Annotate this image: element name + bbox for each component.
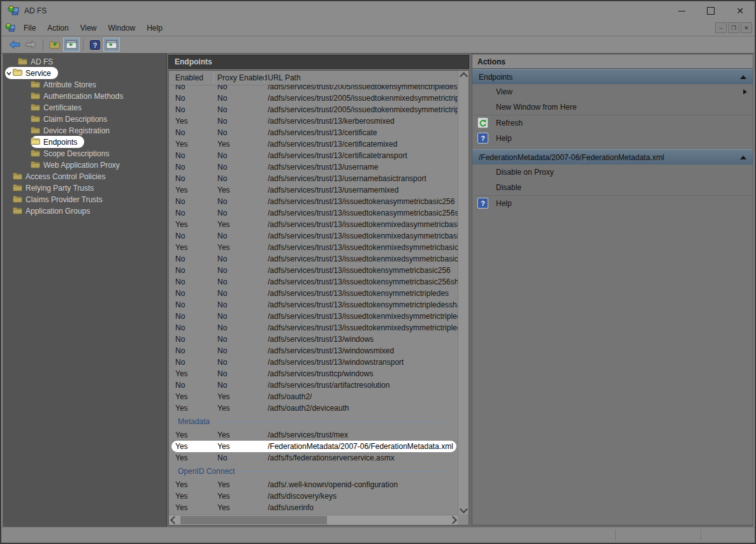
cell-enabled: No bbox=[175, 277, 217, 286]
menu-window[interactable]: Window bbox=[103, 22, 142, 34]
endpoint-row[interactable]: NoNo/adfs/services/trust/13/issuedtokens… bbox=[169, 299, 458, 311]
endpoint-row[interactable]: YesYes/adfs/services/trust/mex bbox=[169, 429, 458, 441]
column-divider[interactable] bbox=[214, 72, 214, 84]
endpoint-row[interactable]: YesYes/adfs/services/trust/13/usernamemi… bbox=[169, 184, 458, 196]
cell-enabled: Yes bbox=[175, 480, 217, 489]
endpoint-row[interactable]: NoNo/adfs/services/trust/13/username bbox=[169, 161, 458, 173]
column-header-url-path[interactable]: URL Path bbox=[268, 71, 301, 85]
expand-chevron-icon[interactable] bbox=[5, 70, 13, 77]
endpoint-row[interactable]: NoNo/adfs/services/trust/13/certificatet… bbox=[169, 150, 458, 161]
menu-view[interactable]: View bbox=[75, 22, 103, 34]
endpoint-row[interactable]: YesYes/adfs/oauth2/deviceauth bbox=[169, 402, 458, 414]
menu-file[interactable]: File bbox=[18, 22, 41, 34]
tree-node-access-control-policies[interactable]: Access Control Policies bbox=[5, 171, 166, 182]
endpoint-row[interactable]: NoNo/adfs/services/trust/2005/issuedtoke… bbox=[169, 85, 458, 92]
endpoint-row[interactable]: NoNo/adfs/services/trust/13/issuedtokens… bbox=[169, 276, 458, 288]
endpoint-row[interactable]: NoNo/adfs/services/trust/13/issuedtokenm… bbox=[169, 322, 458, 334]
tree-node-scope-descriptions[interactable]: Scope Descriptions bbox=[31, 148, 166, 159]
endpoint-row[interactable]: YesYes/adfs/userinfo bbox=[169, 502, 458, 513]
endpoint-row[interactable]: NoNo/adfs/services/trust/13/issuedtokenm… bbox=[169, 311, 458, 322]
scroll-left-icon[interactable] bbox=[169, 515, 179, 525]
endpoint-row[interactable]: NoNo/adfs/services/trust/2005/issuedtoke… bbox=[169, 104, 458, 115]
endpoint-row[interactable]: YesNo/adfs/services/trust/13/kerberosmix… bbox=[169, 115, 458, 127]
endpoint-row[interactable]: NoNo/adfs/services/trust/13/issuedtokenm… bbox=[169, 253, 458, 265]
minimize-button[interactable] bbox=[667, 1, 696, 20]
endpoint-row[interactable]: YesNo/adfs/services/trusttcp/windows bbox=[169, 368, 458, 379]
hscroll-thumb[interactable] bbox=[180, 516, 327, 524]
tree-node-claim-descriptions[interactable]: Claim Descriptions bbox=[31, 114, 166, 125]
tree-node-device-registration[interactable]: Device Registration bbox=[31, 125, 166, 136]
endpoint-row[interactable]: NoNo/adfs/services/trust/13/issuedtokens… bbox=[169, 288, 458, 299]
endpoint-row[interactable]: NoNo/adfs/services/trust/13/issuedtokena… bbox=[169, 196, 458, 207]
tree-node-attribute-stores[interactable]: Attribute Stores bbox=[31, 79, 166, 91]
endpoint-row[interactable]: YesYes/adfs/services/trust/13/certificat… bbox=[169, 138, 458, 150]
tree-node-claims-provider-trusts[interactable]: Claims Provider Trusts bbox=[5, 194, 166, 205]
menu-action[interactable]: Action bbox=[41, 22, 74, 34]
endpoint-row[interactable]: NoNo/adfs/services/trust/2005/issuedtoke… bbox=[169, 92, 458, 104]
action-label: Refresh bbox=[496, 119, 523, 128]
endpoint-row[interactable]: YesYes/adfs/.well-known/openid-configura… bbox=[169, 479, 458, 490]
tree-node-authentication-methods[interactable]: Authentication Methods bbox=[31, 91, 166, 102]
action-help[interactable]: ?Help bbox=[472, 131, 753, 146]
close-button[interactable]: ✕ bbox=[725, 1, 755, 20]
child-close-button[interactable]: ✕ bbox=[741, 22, 752, 33]
vertical-scrollbar[interactable] bbox=[458, 71, 469, 515]
actions-section-header-endpoints[interactable]: Endpoints bbox=[472, 69, 753, 84]
endpoint-row[interactable]: NoNo/adfs/services/trust/13/issuedtokenm… bbox=[169, 230, 458, 242]
action-refresh[interactable]: Refresh bbox=[472, 115, 753, 131]
cell-enabled: Yes bbox=[175, 117, 217, 126]
tree-node-label: Certificates bbox=[43, 103, 82, 112]
endpoint-row[interactable]: YesNo/adfs/fs/federationserverservice.as… bbox=[169, 452, 458, 464]
help-icon[interactable]: ? bbox=[87, 38, 103, 52]
endpoint-row[interactable]: NoNo/adfs/services/trust/artifactresolut… bbox=[169, 379, 458, 391]
cell-url-path: /adfs/oauth2/deviceauth bbox=[268, 404, 458, 413]
console-tree-toggle-icon[interactable] bbox=[63, 38, 80, 52]
tree-node-certificates[interactable]: Certificates bbox=[31, 102, 166, 114]
action-pane-toggle-icon[interactable] bbox=[103, 38, 120, 52]
endpoint-row[interactable]: YesYes/adfs/services/trust/13/issuedtoke… bbox=[169, 242, 458, 253]
endpoint-row[interactable]: NoNo/adfs/services/trust/13/issuedtokena… bbox=[169, 207, 458, 219]
menu-help[interactable]: Help bbox=[141, 22, 168, 34]
action-new-window-from-here[interactable]: New Window from Here bbox=[472, 99, 753, 115]
adfs-console-window: AD FS ✕ FileActionViewWindowHelp – ❐ ✕ bbox=[0, 0, 756, 544]
forward-icon[interactable] bbox=[23, 38, 40, 52]
tree-node-service[interactable]: Service bbox=[5, 67, 58, 79]
scroll-right-icon[interactable] bbox=[447, 515, 458, 525]
tree-node-relying-party-trusts[interactable]: Relying Party Trusts bbox=[5, 182, 166, 194]
maximize-button[interactable] bbox=[696, 1, 725, 20]
tree-node-application-groups[interactable]: Application Groups bbox=[5, 205, 166, 217]
action-view[interactable]: View bbox=[472, 84, 753, 99]
endpoint-row[interactable]: NoNo/adfs/services/trust/13/windows bbox=[169, 334, 458, 345]
column-divider[interactable] bbox=[264, 72, 265, 84]
endpoint-row[interactable]: NoNo/adfs/services/trust/13/issuedtokens… bbox=[169, 265, 458, 276]
endpoint-row[interactable]: YesYes/adfs/oauth2/ bbox=[169, 391, 458, 402]
up-level-icon[interactable] bbox=[47, 38, 63, 52]
endpoint-row[interactable]: NoNo/adfs/services/trust/13/windowstrans… bbox=[169, 357, 458, 368]
collapse-chevron-icon[interactable] bbox=[740, 156, 746, 159]
cell-enabled: Yes bbox=[175, 503, 217, 512]
endpoint-row[interactable]: YesYes/adfs/discovery/keys bbox=[169, 490, 458, 502]
back-icon[interactable] bbox=[6, 38, 23, 52]
endpoint-row-highlighted[interactable]: YesYes/FederationMetadata/2007-06/Federa… bbox=[171, 441, 456, 452]
tree-node-endpoints[interactable]: Endpoints bbox=[31, 136, 84, 148]
action-disable-on-proxy[interactable]: Disable on Proxy bbox=[472, 165, 753, 180]
tree-node-web-application-proxy[interactable]: Web Application Proxy bbox=[31, 159, 166, 171]
actions-section-header-federationmetadata[interactable]: /FederationMetadata/2007-06/FederationMe… bbox=[472, 149, 753, 165]
endpoint-row[interactable]: NoNo/adfs/services/trust/13/usernamebasi… bbox=[169, 173, 458, 184]
cell-proxy-enabled: No bbox=[217, 381, 268, 390]
endpoint-row[interactable]: YesYes/adfs/services/trust/13/issuedtoke… bbox=[169, 219, 458, 230]
child-restore-button[interactable]: ❐ bbox=[728, 22, 739, 33]
endpoint-row[interactable]: NoNo/adfs/services/trust/13/certificate bbox=[169, 127, 458, 138]
column-header-proxy-enabled[interactable]: Proxy Enabled bbox=[217, 71, 267, 85]
horizontal-scrollbar[interactable] bbox=[169, 515, 458, 525]
cell-url-path: /adfs/services/trust/13/issuedtokenmixed… bbox=[268, 323, 458, 332]
scroll-up-icon[interactable] bbox=[458, 71, 469, 82]
tree-node-ad-fs[interactable]: AD FS bbox=[18, 56, 166, 68]
scroll-down-icon[interactable] bbox=[458, 504, 469, 515]
column-header-enabled[interactable]: Enabled bbox=[175, 71, 203, 85]
action-help[interactable]: ?Help bbox=[472, 196, 753, 211]
collapse-chevron-icon[interactable] bbox=[740, 75, 746, 79]
endpoint-row[interactable]: NoNo/adfs/services/trust/13/windowsmixed bbox=[169, 345, 458, 357]
child-minimize-button[interactable]: – bbox=[715, 22, 727, 33]
action-disable[interactable]: Disable bbox=[472, 180, 753, 195]
